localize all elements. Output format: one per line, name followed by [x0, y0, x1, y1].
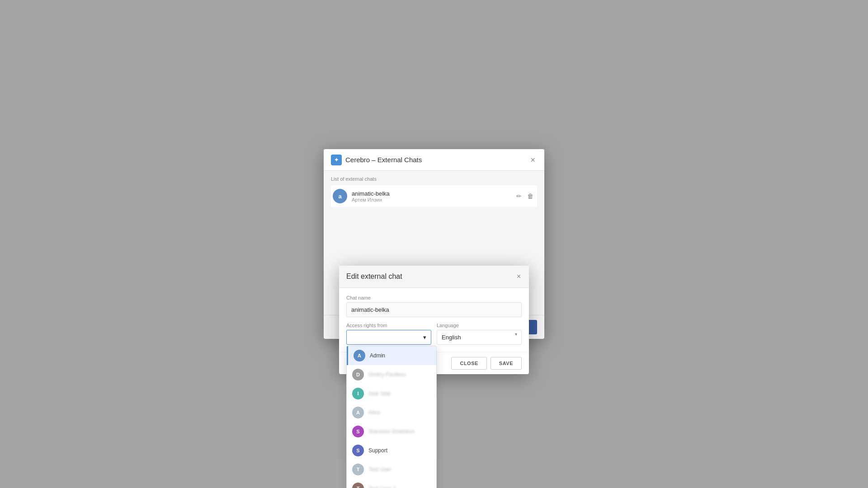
dropdown-item[interactable]: DDmitry Pavlikov: [347, 365, 436, 384]
dropdown-item-avatar: A: [352, 407, 364, 418]
modal-close-button[interactable]: CLOSE: [451, 357, 486, 370]
outer-window-title: ✦ Cerebro – External Chats: [331, 155, 422, 165]
dropdown-item-name: Alice: [368, 409, 380, 416]
dropdown-item-name: Dmitry Pavlikov: [368, 371, 406, 378]
language-col: Language English ▾: [437, 323, 522, 345]
dropdown-item-avatar: S: [352, 445, 364, 456]
language-select[interactable]: English: [437, 330, 522, 345]
dropdown-item-name: Support: [368, 447, 387, 454]
dropdown-item-avatar: T: [352, 483, 364, 488]
chat-avatar: a: [333, 189, 347, 203]
chat-name-label: Chat name: [346, 295, 522, 300]
modal-title: Edit external chat: [346, 272, 402, 281]
chat-info: animatic-belka Артем Илэин: [352, 190, 510, 202]
form-row: Access rights from ▾ AAdminDDmitry Pavli…: [346, 323, 522, 345]
outer-window-title-text: Cerebro – External Chats: [345, 156, 422, 164]
chat-list-item: a animatic-belka Артем Илэин ✏ 🗑: [331, 185, 537, 207]
delete-chat-button[interactable]: 🗑: [525, 191, 535, 202]
dropdown-item-name: Test User 2: [368, 485, 396, 488]
access-rights-field[interactable]: ▾: [346, 330, 431, 345]
dropdown-item[interactable]: TTest User: [347, 460, 436, 479]
edit-modal: Edit external chat × Chat name Access ri…: [339, 266, 529, 374]
dropdown-item-avatar: I: [352, 388, 364, 399]
dropdown-item[interactable]: IIstar Istar: [347, 384, 436, 403]
dropdown-item[interactable]: SSupport: [347, 441, 436, 460]
modal-body: Chat name Access rights from ▾: [339, 288, 529, 352]
chat-name-group: Chat name: [346, 295, 522, 317]
dropdown-item[interactable]: AAdmin: [347, 346, 436, 365]
overlay: ✦ Cerebro – External Chats × List of ext…: [0, 0, 868, 488]
chat-actions: ✏ 🗑: [514, 191, 535, 202]
cerebro-logo-symbol: ✦: [334, 157, 339, 163]
cerebro-icon: ✦: [331, 155, 342, 165]
modal-save-button[interactable]: SAVE: [491, 357, 522, 370]
access-dropdown-arrow: ▾: [423, 334, 426, 341]
access-dropdown-list: AAdminDDmitry PavlikovIIstar IstarAAlice…: [346, 346, 437, 488]
dropdown-item-avatar: A: [354, 350, 365, 361]
modal-close-x-button[interactable]: ×: [516, 272, 522, 281]
list-label: List of external chats: [331, 176, 537, 182]
dropdown-item-avatar: S: [352, 426, 364, 437]
dropdown-item[interactable]: AAlice: [347, 403, 436, 422]
chat-name-input[interactable]: [346, 302, 522, 317]
access-rights-col: Access rights from ▾ AAdminDDmitry Pavli…: [346, 323, 431, 345]
chat-avatar-letter: a: [338, 193, 341, 200]
access-rights-label: Access rights from: [346, 323, 431, 328]
dropdown-item-name: Test User: [368, 466, 392, 473]
dropdown-item-name: Istar Istar: [368, 390, 391, 397]
dropdown-item-name: Admin: [370, 352, 385, 359]
dropdown-item-name: Stanislav Dmitrievs: [368, 428, 415, 435]
chat-name: animatic-belka: [352, 190, 510, 197]
outer-window-close-button[interactable]: ×: [528, 154, 537, 166]
outer-window-header: ✦ Cerebro – External Chats ×: [324, 149, 544, 171]
chat-subtitle: Артем Илэин: [352, 197, 510, 202]
outer-window: ✦ Cerebro – External Chats × List of ext…: [324, 149, 544, 339]
edit-chat-button[interactable]: ✏: [514, 191, 524, 202]
edit-modal-container: Edit external chat × Chat name Access ri…: [339, 266, 529, 374]
modal-header: Edit external chat ×: [339, 266, 529, 288]
dropdown-item-avatar: T: [352, 464, 364, 475]
dropdown-item-avatar: D: [352, 369, 364, 380]
language-label: Language: [437, 323, 522, 328]
dropdown-item[interactable]: TTest User 2: [347, 479, 436, 488]
dropdown-item[interactable]: SStanislav Dmitrievs: [347, 422, 436, 441]
